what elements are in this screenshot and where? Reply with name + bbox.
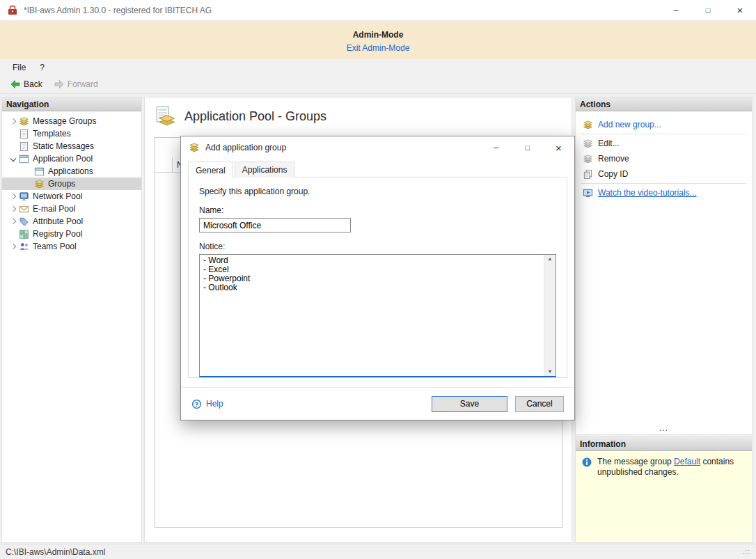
nav-item-application-pool[interactable]: Application Pool [2, 152, 141, 165]
separator [581, 183, 746, 184]
resize-grip[interactable]: .:: [743, 548, 750, 556]
navigation-tree: Message Groups Templates Static Messages… [2, 111, 141, 253]
tab-general[interactable]: General [188, 162, 233, 178]
nav-item-label: Groups [48, 179, 75, 189]
notice-scrollbar[interactable]: ▲ ▼ [544, 255, 556, 376]
applications-icon [34, 166, 45, 177]
exit-admin-mode-link[interactable]: Exit Admin-Mode [347, 43, 410, 53]
chevron-placeholder [23, 178, 34, 189]
chevron-right-icon[interactable] [8, 216, 19, 227]
navigation-panel: Navigation Message Groups Templates Stat… [1, 97, 142, 543]
information-body: The message group Default contains unpub… [576, 451, 752, 542]
back-button[interactable]: Back [4, 77, 48, 92]
nav-item-label: Templates [33, 129, 71, 139]
default-group-link[interactable]: Default [674, 457, 700, 466]
minimize-button[interactable]: – [660, 0, 692, 20]
back-label: Back [24, 79, 42, 89]
menu-help[interactable]: ? [33, 61, 52, 74]
chevron-right-icon[interactable] [8, 241, 19, 252]
nav-item-email-pool[interactable]: E-mail Pool [2, 203, 141, 215]
notice-textarea[interactable]: - Word - Excel - Powerpoint - Outlook [200, 255, 544, 376]
nav-item-groups[interactable]: Groups [2, 178, 141, 190]
information-panel: Information The message group Default co… [575, 436, 753, 543]
chevron-down-icon[interactable] [8, 153, 19, 164]
page-title: Application Pool - Groups [184, 109, 326, 124]
notice-field-frame: - Word - Excel - Powerpoint - Outlook ▲ … [199, 254, 556, 377]
back-arrow-icon [10, 79, 21, 90]
separator [581, 134, 746, 134]
menubar: File ? [0, 59, 756, 75]
actions-overflow[interactable]: ... [576, 423, 752, 433]
network-pool-icon [19, 191, 29, 202]
nav-item-registry-pool[interactable]: Registry Pool [2, 228, 141, 240]
action-label: Edit... [598, 139, 620, 148]
message-groups-icon [19, 116, 29, 127]
action-copy-id[interactable]: Copy ID [576, 166, 752, 182]
actions-header: Actions [576, 97, 752, 111]
forward-arrow-icon [54, 79, 65, 90]
window-title: *IBI-aws Admin 1.30.0 - registered for I… [24, 6, 212, 15]
dialog-footer: Help Save Cancel [181, 387, 574, 420]
dialog-titlebar: Add application group – □ × [181, 136, 574, 159]
nav-item-teams-pool[interactable]: Teams Pool [2, 240, 141, 253]
chevron-right-icon[interactable] [8, 116, 19, 127]
scroll-down-icon[interactable]: ▼ [548, 369, 553, 375]
page-title-area: Application Pool - Groups [155, 106, 326, 127]
nav-item-static-messages[interactable]: Static Messages [2, 140, 141, 152]
app-icon [7, 5, 18, 16]
menu-file[interactable]: File [6, 61, 33, 74]
action-watch-video-tutorials[interactable]: Watch the video-tutorials... [576, 185, 752, 200]
admin-mode-banner: Admin-Mode Exit Admin-Mode [0, 21, 756, 59]
save-button[interactable]: Save [432, 396, 507, 412]
nav-item-network-pool[interactable]: Network Pool [2, 190, 141, 203]
nav-item-templates[interactable]: Templates [2, 127, 141, 140]
nav-item-label: Static Messages [33, 141, 94, 151]
chevron-right-icon[interactable] [8, 203, 19, 214]
dialog-maximize-button[interactable]: □ [512, 136, 543, 159]
action-label: Copy ID [598, 169, 628, 179]
action-remove[interactable]: Remove [576, 151, 752, 166]
grid-row-selector-header [155, 157, 173, 172]
tab-applications[interactable]: Applications [235, 162, 295, 178]
chevron-placeholder [8, 128, 19, 139]
cancel-button[interactable]: Cancel [515, 396, 564, 412]
nav-item-attribute-pool[interactable]: Attribute Pool [2, 215, 141, 228]
video-icon [583, 188, 593, 198]
close-button[interactable]: × [724, 0, 756, 20]
nav-item-message-groups[interactable]: Message Groups [2, 115, 141, 127]
toolbar: Back Forward [0, 75, 756, 94]
application-pool-groups-icon [155, 106, 175, 127]
nav-item-label: Application Pool [33, 154, 93, 164]
templates-icon [19, 129, 29, 139]
statusbar: C:\IBI-aws\Admin\Data.xml .:: [0, 544, 756, 559]
forward-label: Forward [68, 79, 98, 89]
dialog-group-icon [189, 142, 200, 153]
name-label: Name: [199, 205, 556, 215]
add-application-group-dialog: Add application group – □ × General Appl… [180, 136, 575, 420]
maximize-button[interactable]: □ [692, 0, 724, 20]
nav-item-applications[interactable]: Applications [2, 165, 141, 178]
email-pool-icon [19, 204, 29, 214]
scroll-up-icon[interactable]: ▲ [548, 256, 553, 262]
information-header: Information [576, 437, 752, 451]
attribute-pool-icon [19, 216, 29, 227]
nav-item-label: Attribute Pool [33, 216, 83, 226]
name-input[interactable] [199, 218, 351, 233]
nav-item-label: Message Groups [33, 116, 96, 126]
nav-item-label: Applications [48, 166, 93, 176]
action-add-new-group[interactable]: Add new group... [576, 117, 752, 132]
dialog-minimize-button[interactable]: – [480, 136, 512, 159]
help-link[interactable]: Help [191, 399, 223, 409]
chevron-right-icon[interactable] [8, 191, 19, 202]
statusbar-data-path: C:\IBI-aws\Admin\Data.xml [6, 547, 105, 557]
notice-label: Notice: [199, 242, 556, 251]
chevron-placeholder [23, 166, 34, 177]
information-message: The message group Default contains unpub… [597, 457, 740, 478]
help-label: Help [206, 399, 223, 409]
chevron-placeholder [8, 228, 19, 239]
nav-item-label: Network Pool [33, 191, 82, 201]
action-edit[interactable]: Edit... [576, 136, 752, 151]
dialog-close-button[interactable]: × [543, 136, 574, 159]
actions-panel: Actions Add new group... Edit... Remove … [575, 97, 753, 435]
forward-button[interactable]: Forward [48, 77, 104, 92]
